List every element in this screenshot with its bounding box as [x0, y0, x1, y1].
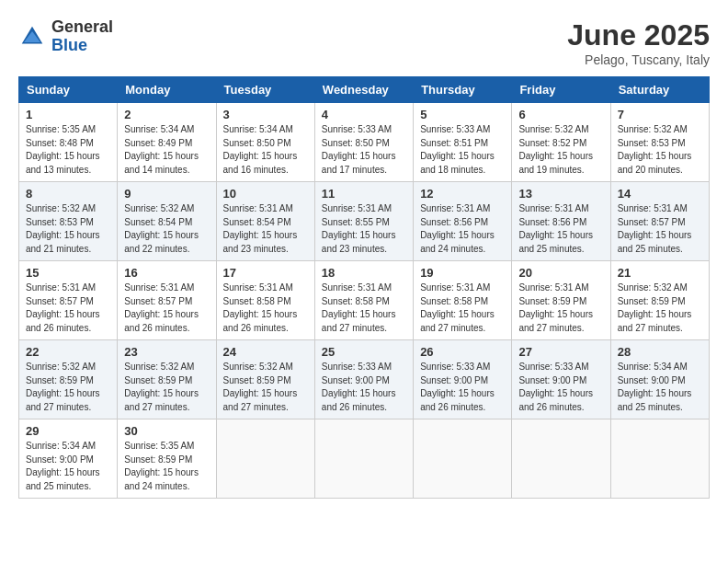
day-number: 30: [124, 424, 209, 438]
day-info: Sunrise: 5:33 AM Sunset: 9:00 PM Dayligh…: [420, 361, 505, 414]
calendar-cell: 26 Sunrise: 5:33 AM Sunset: 9:00 PM Dayl…: [414, 340, 512, 419]
day-info: Sunrise: 5:34 AM Sunset: 9:00 PM Dayligh…: [618, 361, 702, 414]
calendar-cell: 19 Sunrise: 5:31 AM Sunset: 8:58 PM Dayl…: [414, 261, 512, 340]
calendar-cell: 7 Sunrise: 5:32 AM Sunset: 8:53 PM Dayli…: [610, 103, 709, 182]
logo-general: General: [51, 18, 113, 37]
calendar-cell: 6 Sunrise: 5:32 AM Sunset: 8:52 PM Dayli…: [512, 103, 610, 182]
day-number: 18: [322, 266, 406, 280]
day-info: Sunrise: 5:31 AM Sunset: 8:55 PM Dayligh…: [322, 202, 406, 256]
calendar-cell: 9 Sunrise: 5:32 AM Sunset: 8:54 PM Dayli…: [118, 182, 216, 261]
calendar-cell: [216, 419, 314, 499]
logo: General Blue: [18, 18, 113, 55]
logo-text: General Blue: [51, 18, 113, 55]
day-info: Sunrise: 5:34 AM Sunset: 9:00 PM Dayligh…: [26, 440, 110, 493]
day-info: Sunrise: 5:33 AM Sunset: 8:51 PM Dayligh…: [420, 123, 505, 177]
calendar-cell: [610, 419, 709, 499]
day-info: Sunrise: 5:31 AM Sunset: 8:56 PM Dayligh…: [420, 202, 505, 256]
header-day: Sunday: [19, 77, 118, 103]
day-number: 26: [420, 345, 505, 359]
day-number: 9: [124, 187, 209, 201]
calendar-cell: 10 Sunrise: 5:31 AM Sunset: 8:54 PM Dayl…: [216, 182, 314, 261]
calendar-cell: 14 Sunrise: 5:31 AM Sunset: 8:57 PM Dayl…: [610, 182, 709, 261]
day-info: Sunrise: 5:32 AM Sunset: 8:59 PM Dayligh…: [223, 361, 308, 414]
header-day: Monday: [118, 77, 216, 103]
day-number: 20: [518, 266, 603, 280]
day-number: 13: [518, 187, 603, 201]
day-number: 3: [223, 108, 308, 121]
day-info: Sunrise: 5:32 AM Sunset: 8:53 PM Dayligh…: [618, 123, 702, 177]
calendar-cell: 18 Sunrise: 5:31 AM Sunset: 8:58 PM Dayl…: [314, 261, 413, 340]
calendar-cell: [414, 419, 512, 499]
day-number: 7: [618, 108, 702, 121]
day-info: Sunrise: 5:32 AM Sunset: 8:59 PM Dayligh…: [26, 361, 110, 414]
day-number: 14: [618, 187, 702, 201]
day-info: Sunrise: 5:35 AM Sunset: 8:59 PM Dayligh…: [124, 440, 209, 493]
day-info: Sunrise: 5:32 AM Sunset: 8:54 PM Dayligh…: [124, 202, 209, 256]
calendar-cell: 2 Sunrise: 5:34 AM Sunset: 8:49 PM Dayli…: [118, 103, 216, 182]
day-number: 17: [223, 266, 308, 280]
day-number: 10: [223, 187, 308, 201]
day-number: 22: [26, 345, 110, 359]
calendar-week: 8 Sunrise: 5:32 AM Sunset: 8:53 PM Dayli…: [19, 182, 710, 261]
calendar-cell: 16 Sunrise: 5:31 AM Sunset: 8:57 PM Dayl…: [118, 261, 216, 340]
day-number: 12: [420, 187, 505, 201]
day-number: 15: [26, 266, 110, 280]
day-info: Sunrise: 5:31 AM Sunset: 8:56 PM Dayligh…: [518, 202, 603, 256]
header-day: Thursday: [414, 77, 512, 103]
day-info: Sunrise: 5:34 AM Sunset: 8:49 PM Dayligh…: [124, 123, 209, 177]
calendar-body: 1 Sunrise: 5:35 AM Sunset: 8:48 PM Dayli…: [19, 103, 710, 499]
calendar-week: 1 Sunrise: 5:35 AM Sunset: 8:48 PM Dayli…: [19, 103, 710, 182]
calendar-cell: 20 Sunrise: 5:31 AM Sunset: 8:59 PM Dayl…: [512, 261, 610, 340]
calendar-cell: 22 Sunrise: 5:32 AM Sunset: 8:59 PM Dayl…: [19, 340, 118, 419]
calendar-cell: [512, 419, 610, 499]
calendar-cell: 13 Sunrise: 5:31 AM Sunset: 8:56 PM Dayl…: [512, 182, 610, 261]
calendar-cell: 24 Sunrise: 5:32 AM Sunset: 8:59 PM Dayl…: [216, 340, 314, 419]
calendar-cell: [314, 419, 413, 499]
day-info: Sunrise: 5:31 AM Sunset: 8:59 PM Dayligh…: [518, 282, 603, 335]
calendar-cell: 4 Sunrise: 5:33 AM Sunset: 8:50 PM Dayli…: [314, 103, 413, 182]
day-info: Sunrise: 5:31 AM Sunset: 8:57 PM Dayligh…: [124, 282, 209, 335]
header-day: Saturday: [610, 77, 709, 103]
day-number: 8: [26, 187, 110, 201]
day-info: Sunrise: 5:32 AM Sunset: 8:59 PM Dayligh…: [124, 361, 209, 414]
title-block: June 2025 Pelago, Tuscany, Italy: [567, 18, 710, 67]
month-title: June 2025: [567, 18, 710, 52]
day-info: Sunrise: 5:33 AM Sunset: 9:00 PM Dayligh…: [322, 361, 406, 414]
calendar-cell: 15 Sunrise: 5:31 AM Sunset: 8:57 PM Dayl…: [19, 261, 118, 340]
day-info: Sunrise: 5:31 AM Sunset: 8:54 PM Dayligh…: [223, 202, 308, 256]
day-number: 11: [322, 187, 406, 201]
header-day: Friday: [512, 77, 610, 103]
calendar-cell: 3 Sunrise: 5:34 AM Sunset: 8:50 PM Dayli…: [216, 103, 314, 182]
calendar-cell: 11 Sunrise: 5:31 AM Sunset: 8:55 PM Dayl…: [314, 182, 413, 261]
calendar-week: 22 Sunrise: 5:32 AM Sunset: 8:59 PM Dayl…: [19, 340, 710, 419]
day-info: Sunrise: 5:31 AM Sunset: 8:58 PM Dayligh…: [420, 282, 505, 335]
day-number: 27: [518, 345, 603, 359]
header-day: Wednesday: [314, 77, 413, 103]
calendar-cell: 29 Sunrise: 5:34 AM Sunset: 9:00 PM Dayl…: [19, 419, 118, 499]
calendar-cell: 5 Sunrise: 5:33 AM Sunset: 8:51 PM Dayli…: [414, 103, 512, 182]
header-day: Tuesday: [216, 77, 314, 103]
calendar-header: SundayMondayTuesdayWednesdayThursdayFrid…: [19, 77, 710, 103]
day-info: Sunrise: 5:31 AM Sunset: 8:58 PM Dayligh…: [223, 282, 308, 335]
calendar-cell: 12 Sunrise: 5:31 AM Sunset: 8:56 PM Dayl…: [414, 182, 512, 261]
day-number: 29: [26, 424, 110, 438]
day-number: 5: [420, 108, 505, 121]
calendar-cell: 25 Sunrise: 5:33 AM Sunset: 9:00 PM Dayl…: [314, 340, 413, 419]
day-info: Sunrise: 5:33 AM Sunset: 8:50 PM Dayligh…: [322, 123, 406, 177]
location: Pelago, Tuscany, Italy: [567, 52, 710, 67]
day-info: Sunrise: 5:32 AM Sunset: 8:53 PM Dayligh…: [26, 202, 110, 256]
day-number: 28: [618, 345, 702, 359]
day-info: Sunrise: 5:33 AM Sunset: 9:00 PM Dayligh…: [518, 361, 603, 414]
logo-blue: Blue: [51, 37, 113, 55]
day-info: Sunrise: 5:34 AM Sunset: 8:50 PM Dayligh…: [223, 123, 308, 177]
page-header: General Blue June 2025 Pelago, Tuscany, …: [18, 18, 710, 67]
calendar: SundayMondayTuesdayWednesdayThursdayFrid…: [18, 76, 710, 499]
day-number: 1: [26, 108, 110, 121]
calendar-cell: 17 Sunrise: 5:31 AM Sunset: 8:58 PM Dayl…: [216, 261, 314, 340]
calendar-cell: 1 Sunrise: 5:35 AM Sunset: 8:48 PM Dayli…: [19, 103, 118, 182]
calendar-cell: 27 Sunrise: 5:33 AM Sunset: 9:00 PM Dayl…: [512, 340, 610, 419]
day-number: 24: [223, 345, 308, 359]
calendar-cell: 28 Sunrise: 5:34 AM Sunset: 9:00 PM Dayl…: [610, 340, 709, 419]
calendar-cell: 23 Sunrise: 5:32 AM Sunset: 8:59 PM Dayl…: [118, 340, 216, 419]
calendar-week: 29 Sunrise: 5:34 AM Sunset: 9:00 PM Dayl…: [19, 419, 710, 499]
